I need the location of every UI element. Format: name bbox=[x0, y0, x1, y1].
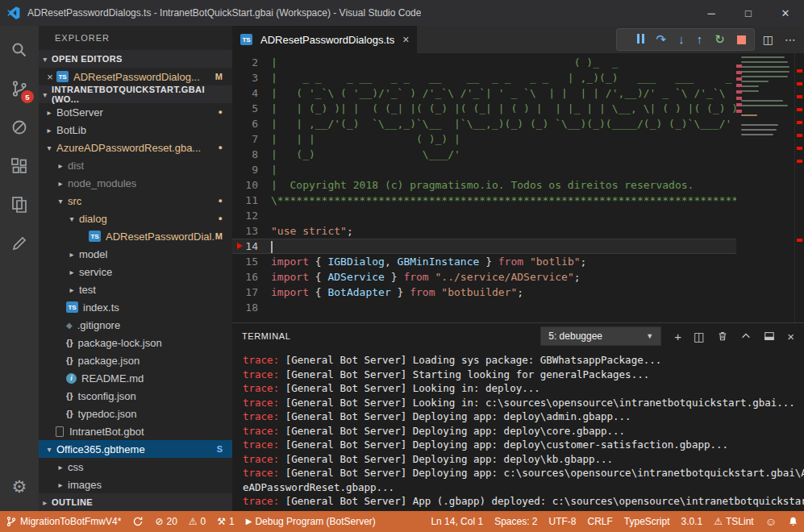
status-tools[interactable]: ⚒1 bbox=[211, 511, 240, 532]
tree-item-adresetpassworddial[interactable]: TSADResetPasswordDial...M bbox=[39, 227, 232, 245]
line-number[interactable]: 9 bbox=[232, 162, 271, 177]
pause-icon[interactable] bbox=[637, 32, 644, 47]
activity-explorer-icon[interactable] bbox=[0, 185, 39, 224]
line-number[interactable]: 16 bbox=[232, 269, 271, 285]
tab-close-icon[interactable]: × bbox=[402, 33, 409, 46]
tree-item-botlib[interactable]: ▸BotLib bbox=[39, 121, 232, 139]
line-number[interactable]: 6 bbox=[232, 116, 271, 131]
line-number[interactable]: 3 bbox=[232, 70, 271, 85]
code-line-15: 15import { IGBDialog, GBMinInstance } fr… bbox=[232, 254, 736, 269]
tree-item-typedoc-json[interactable]: {}typedoc.json bbox=[39, 405, 232, 422]
status-warning[interactable]: ⚠TSLint bbox=[708, 511, 759, 532]
tree-item-service[interactable]: ▸service bbox=[39, 263, 232, 281]
line-number[interactable]: 17 bbox=[232, 285, 271, 300]
outline-header[interactable]: ▸ OUTLINE bbox=[39, 493, 232, 511]
tree-item-css[interactable]: ▸css bbox=[39, 458, 232, 476]
line-number[interactable]: 5 bbox=[232, 101, 271, 116]
activity-extensions-icon[interactable] bbox=[0, 147, 39, 185]
code-text: | ( '_`\ ( '__)/'_` ) /'_`\ /'_`| ' _ `\… bbox=[271, 85, 736, 101]
tab-adresetpassworddialogs[interactable]: TS ADResetPasswordDialogs.ts × bbox=[232, 26, 417, 53]
tab-terminal[interactable]: TERMINAL bbox=[242, 331, 290, 341]
terminal-selector-dropdown[interactable]: 5: debuggee ▼ bbox=[540, 326, 661, 346]
close-panel-icon[interactable]: × bbox=[787, 330, 794, 343]
tree-item-node-modules[interactable]: ▸node_modules bbox=[39, 174, 232, 192]
maximize-button[interactable]: □ bbox=[730, 0, 767, 26]
code-editor[interactable]: 2| ( )_ _ |3| _ _ _ __ _ _ __ __ _ _ _ _… bbox=[232, 53, 804, 322]
tree-item-office365-gbtheme[interactable]: ▾Office365.gbthemeS bbox=[39, 440, 232, 458]
tree-item-label: BotLib bbox=[56, 124, 86, 136]
tree-item-src[interactable]: ▾src● bbox=[39, 192, 232, 210]
status-bell[interactable] bbox=[782, 511, 804, 532]
terminal-output[interactable]: trace: [General Bot Server] Loading sys … bbox=[232, 349, 804, 511]
line-number[interactable]: 11 bbox=[232, 193, 271, 208]
status-sync[interactable] bbox=[127, 511, 149, 532]
tree-item-images[interactable]: ▸images bbox=[39, 476, 232, 493]
line-number[interactable]: 7 bbox=[232, 131, 271, 147]
gear-icon[interactable]: ⚙ bbox=[0, 468, 39, 506]
activity-source-control-icon[interactable]: 5 bbox=[0, 69, 39, 108]
code-area[interactable]: 2| ( )_ _ |3| _ _ _ __ _ _ __ __ _ _ _ _… bbox=[232, 53, 736, 322]
split-terminal-icon[interactable]: ◫ bbox=[694, 330, 705, 343]
step-into-icon[interactable]: ↓ bbox=[678, 32, 685, 47]
tree-item-label: typedoc.json bbox=[78, 408, 137, 420]
minimap[interactable] bbox=[736, 53, 794, 322]
line-number[interactable]: 12 bbox=[232, 208, 271, 223]
kill-terminal-icon[interactable] bbox=[717, 330, 728, 342]
tree-item-package-json[interactable]: {}package.json bbox=[39, 351, 232, 369]
status-debug[interactable]: ▶Debug Program (BotServer) bbox=[240, 511, 381, 532]
tree-item-readme-md[interactable]: iREADME.md bbox=[39, 369, 232, 387]
tree-item-dialog[interactable]: ▾dialog● bbox=[39, 210, 232, 227]
code-text: | | bbox=[271, 162, 736, 177]
status-ln-14-col-1[interactable]: Ln 14, Col 1 bbox=[425, 511, 489, 532]
activity-search-icon[interactable] bbox=[0, 31, 39, 69]
maximize-panel-icon[interactable] bbox=[740, 330, 752, 342]
line-number[interactable]: 10 bbox=[232, 177, 271, 193]
tree-item-dist[interactable]: ▸dist bbox=[39, 156, 232, 174]
new-terminal-icon[interactable]: + bbox=[674, 330, 681, 343]
overview-ruler[interactable] bbox=[794, 53, 804, 322]
activity-edit-icon[interactable] bbox=[0, 224, 39, 263]
line-number[interactable]: 2 bbox=[232, 55, 271, 70]
tree-item-package-lock-json[interactable]: {}package-lock.json bbox=[39, 334, 232, 351]
close-button[interactable]: ✕ bbox=[767, 0, 804, 26]
line-number[interactable]: 15 bbox=[232, 254, 271, 269]
tree-item-intranetbot-gbot[interactable]: IntranetBot.gbot bbox=[39, 422, 232, 440]
status-crlf[interactable]: CRLF bbox=[582, 511, 619, 532]
line-number[interactable]: 13 bbox=[232, 223, 271, 239]
line-number[interactable]: 14 bbox=[232, 239, 271, 254]
tree-item-gitignore[interactable]: ◆.gitignore bbox=[39, 316, 232, 334]
terminal-panel: TERMINAL 5: debuggee ▼ +◫× trace: [Gener… bbox=[232, 322, 804, 511]
line-number[interactable]: 8 bbox=[232, 147, 271, 162]
status-smiley[interactable]: ☺ bbox=[760, 511, 782, 532]
status-utf-8[interactable]: UTF-8 bbox=[544, 511, 582, 532]
status-3-0-1[interactable]: 3.0.1 bbox=[676, 511, 709, 532]
close-editor-icon[interactable]: × bbox=[44, 71, 56, 83]
step-out-icon[interactable]: ↑ bbox=[697, 32, 703, 47]
restart-icon[interactable]: ↻ bbox=[714, 32, 725, 47]
step-over-icon[interactable]: ↷ bbox=[656, 32, 667, 47]
open-editors-header[interactable]: ▾ OPEN EDITORS bbox=[39, 50, 232, 68]
status-branch[interactable]: MigrationToBotFmwV4* bbox=[0, 511, 127, 532]
tree-item-botserver[interactable]: ▸BotServer● bbox=[39, 103, 232, 121]
more-icon[interactable]: ⋯ bbox=[785, 33, 796, 46]
open-editor-item[interactable]: × TS ADResetPasswordDialog... M bbox=[39, 68, 232, 85]
workspace-header[interactable]: ▾ INTRANETBOTQUICKSTART.GBAI (WO... bbox=[39, 85, 232, 103]
activity-debug-icon[interactable] bbox=[0, 108, 39, 147]
tree-item-model[interactable]: ▸model bbox=[39, 245, 232, 263]
tree-item-tsconfig-json[interactable]: {}tsconfig.json bbox=[39, 387, 232, 405]
minimize-button[interactable]: ─ bbox=[693, 0, 730, 26]
toggle-panel-icon[interactable] bbox=[764, 330, 775, 342]
status-spaces-2[interactable]: Spaces: 2 bbox=[489, 511, 543, 532]
stop-icon[interactable] bbox=[737, 35, 746, 44]
line-number[interactable]: 18 bbox=[232, 300, 271, 315]
code-line-11: 11\*************************************… bbox=[232, 193, 736, 208]
tree-item-index-ts[interactable]: TSindex.ts bbox=[39, 298, 232, 316]
tree-item-azureadpasswordreset-gba[interactable]: ▾AzureADPasswordReset.gba...● bbox=[39, 139, 232, 156]
tree-item-label: tsconfig.json bbox=[78, 390, 136, 402]
status-typescript[interactable]: TypeScript bbox=[619, 511, 676, 532]
tree-item-test[interactable]: ▸test bbox=[39, 281, 232, 298]
status-error[interactable]: ⊘20 bbox=[149, 511, 182, 532]
split-editor-icon[interactable]: ◫ bbox=[763, 33, 773, 46]
status-warning[interactable]: ⚠0 bbox=[183, 511, 211, 532]
line-number[interactable]: 4 bbox=[232, 85, 271, 101]
